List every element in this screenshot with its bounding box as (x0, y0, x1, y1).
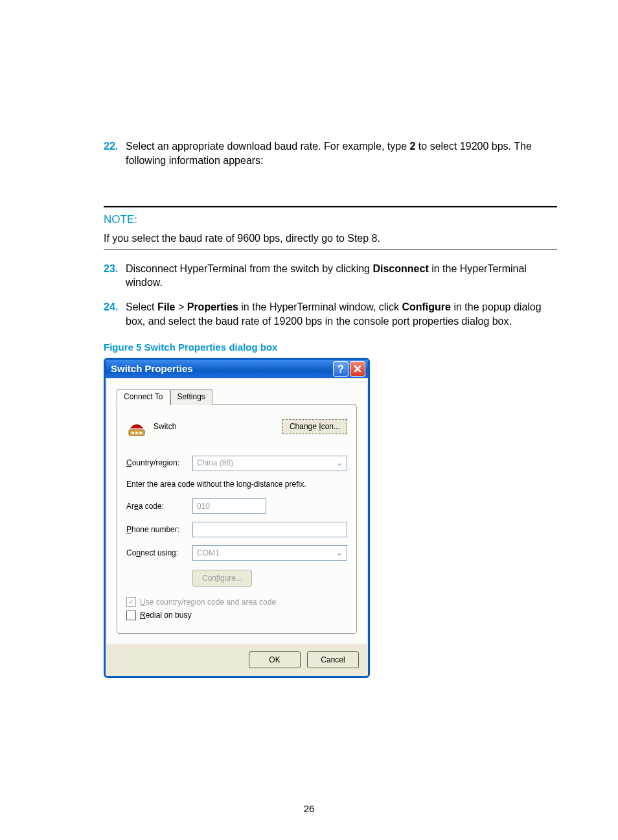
note-title: NOTE: (104, 213, 557, 228)
step-number: 22. (104, 139, 126, 167)
use-country-checkbox-row[interactable]: ✓ Use country/region code and area code (126, 597, 347, 607)
note-box: NOTE: If you select the baud rate of 960… (104, 206, 557, 250)
country-label: Country/region: (126, 458, 192, 468)
note-body: If you select the baud rate of 9600 bps,… (104, 231, 557, 246)
step-22: 22. Select an appropriate download baud … (104, 139, 557, 167)
step-number: 24. (104, 300, 126, 328)
page-number: 26 (0, 803, 618, 814)
cancel-button[interactable]: Cancel (307, 651, 359, 668)
phone-label: Phone number: (126, 524, 192, 535)
area-code-hint: Enter the area code without the long-dis… (126, 479, 347, 489)
step-23: 23. Disconnect HyperTerminal from the sw… (104, 262, 557, 290)
titlebar[interactable]: Switch Properties ? (106, 360, 368, 378)
step-number: 23. (104, 262, 126, 290)
tab-settings[interactable]: Settings (170, 389, 212, 404)
step-text: Select an appropriate download baud rate… (126, 139, 557, 167)
connection-icon (126, 417, 147, 438)
configure-button[interactable]: Configure... (192, 570, 252, 587)
tab-panel: Switch Change Icon... Country/region: Ch… (117, 404, 357, 635)
svg-point-1 (132, 432, 134, 434)
figure-title: Figure 5 Switch Properties dialog box (104, 341, 557, 354)
dialog-title: Switch Properties (111, 362, 332, 375)
connection-name: Switch (154, 421, 176, 432)
svg-point-2 (135, 432, 138, 434)
help-button[interactable]: ? (333, 361, 349, 377)
phone-input[interactable] (192, 522, 347, 537)
connect-using-select[interactable]: COM1 ⌄ (192, 545, 347, 561)
step-text: Select File > Properties in the HyperTer… (126, 300, 557, 328)
chevron-down-icon: ⌄ (336, 458, 343, 468)
ok-button[interactable]: OK (249, 651, 301, 668)
checkbox-unchecked-icon: ✓ (126, 611, 136, 620)
area-code-label: Area code: (126, 501, 192, 511)
country-select[interactable]: China (86) ⌄ (192, 456, 347, 471)
tabs: Connect To Settings (117, 389, 357, 404)
close-button[interactable] (350, 361, 365, 377)
dialog-footer: OK Cancel (106, 645, 368, 676)
checkbox-checked-icon: ✓ (126, 597, 136, 607)
step-24: 24. Select File > Properties in the Hype… (104, 300, 557, 328)
chevron-down-icon: ⌄ (336, 548, 343, 558)
step-text: Disconnect HyperTerminal from the switch… (126, 262, 557, 290)
switch-properties-dialog: Switch Properties ? Connect To Settings (104, 358, 370, 678)
area-code-input[interactable]: 010 (192, 498, 266, 514)
redial-checkbox-row[interactable]: ✓ Redial on busy (126, 610, 347, 620)
change-icon-button[interactable]: Change Icon... (282, 419, 347, 434)
tab-connect-to[interactable]: Connect To (117, 389, 170, 404)
svg-point-3 (139, 432, 142, 434)
connect-using-label: Connect using: (126, 548, 192, 558)
